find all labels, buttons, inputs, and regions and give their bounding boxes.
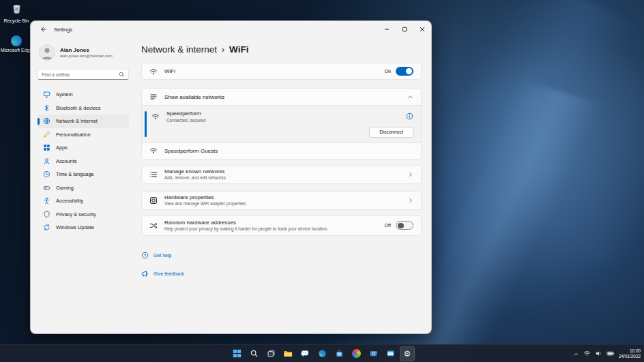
settings-cards: WiFi On [141,63,422,236]
chat-icon[interactable] [297,346,312,361]
hardware-properties-icon [149,196,158,205]
sidebar-item-time-language[interactable]: Time & language [38,168,129,181]
edge-icon [11,35,22,46]
sidebar-item-system[interactable]: System [38,88,129,102]
wifi-toggle[interactable] [396,67,413,76]
network-list-icon [149,93,158,101]
gaming-icon [43,184,50,192]
desktop-icon-recycle-bin[interactable]: Recycle Bin [0,3,34,24]
edge-icon[interactable] [314,346,330,361]
disconnect-button[interactable]: Disconnect [369,127,413,138]
store-icon[interactable] [332,346,347,361]
screen: Recycle Bin Microsoft Edge Settings [0,0,644,362]
taskbar-clock[interactable]: 10:00 24/01/2022 [619,348,641,359]
hardware-properties-card[interactable]: Hardware properties View and manage WiFi… [141,191,422,210]
personalisation-icon [43,131,50,138]
photos-icon[interactable] [349,346,364,361]
accessibility-icon [43,197,50,205]
network-name: Speedperform [166,110,205,117]
settings-window: Settings [30,20,432,334]
main-content: Network & internet › WiFi WiFi On [133,37,431,333]
system-icon [43,91,50,98]
taskbar-center-icons: ⚙ [229,345,415,362]
give-feedback-link[interactable]: Give feedback [141,268,422,280]
back-button[interactable] [38,24,48,35]
sidebar-item-network-internet[interactable]: Network & internet [38,115,129,128]
network-icon [43,117,50,125]
wifi-icon [149,67,158,76]
start-button[interactable] [229,346,244,361]
tray-time: 10:00 [619,348,641,354]
sidebar-item-windows-update[interactable]: Windows Update [38,221,129,235]
footer-links: ? Get help Give feedback [141,250,422,280]
sidebar-item-gaming[interactable]: Gaming [38,181,129,195]
sidebar-item-accessibility[interactable]: Accessibility [38,194,129,208]
network-info-icon[interactable] [406,112,413,120]
sidebar-item-bluetooth-devices[interactable]: Bluetooth & devices [38,102,129,115]
windows-update-icon [43,224,50,231]
camera-icon[interactable] [366,346,381,361]
show-available-networks-header[interactable]: Show available networks [142,89,421,105]
manage-networks-subtitle: Add, remove, and edit networks [164,175,226,180]
titlebar: Settings [31,21,431,37]
breadcrumb: Network & internet › WiFi [141,44,422,55]
window-body: Alan Jones alan.jones.wm@hotmail.com [31,37,431,333]
gear-icon: ⚙ [404,350,411,358]
settings-search[interactable] [38,69,129,80]
show-available-networks-label: Show available networks [164,94,224,100]
desktop-icon-label: Microsoft Edge [1,48,33,53]
mail-icon[interactable] [383,346,398,361]
account-card[interactable]: Alan Jones alan.jones.wm@hotmail.com [38,43,129,62]
breadcrumb-parent[interactable]: Network & internet [141,44,217,55]
manage-known-networks-card[interactable]: Manage known networks Add, remove, and e… [141,165,422,184]
available-networks-card: Show available networks [141,88,422,160]
window-controls [378,21,431,37]
sidebar-item-privacy-security[interactable]: Privacy & security [38,208,129,222]
random-addresses-title: Random hardware addresses [164,220,328,226]
sidebar-item-accounts[interactable]: Accounts [38,155,129,168]
file-explorer-icon[interactable] [280,346,295,361]
wifi-card-label: WiFi [164,68,175,74]
help-icon: ? [141,250,149,262]
sidebar-item-personalisation[interactable]: Personalisation [38,128,129,142]
sidebar: Alan Jones alan.jones.wm@hotmail.com [31,37,133,333]
random-addresses-toggle[interactable] [396,221,413,230]
tray-battery-icon[interactable] [606,348,615,360]
search-icon[interactable] [246,346,261,361]
random-hardware-addresses-card: Random hardware addresses Help protect y… [141,215,422,236]
task-view-icon[interactable] [263,346,278,361]
wifi-state-label: On [384,68,391,74]
user-name: Alan Jones [60,47,113,53]
settings-taskbar-icon[interactable]: ⚙ [400,346,415,361]
hardware-properties-subtitle: View and manage WiFi adapter properties [164,201,246,206]
maximize-button[interactable] [396,21,413,37]
feedback-icon [141,268,149,280]
tray-wifi-icon[interactable] [583,348,591,360]
collapse-chevron-icon [407,94,413,100]
connected-network-row[interactable]: Speedperform Connected, secured [142,105,421,142]
hardware-properties-title: Hardware properties [164,194,246,200]
random-addresses-subtitle: Help protect your privacy by making it h… [164,226,328,231]
sidebar-item-apps[interactable]: Apps [38,141,129,155]
privacy-icon [43,211,50,218]
system-tray: 10:00 24/01/2022 [573,345,641,362]
manage-networks-title: Manage known networks [164,168,226,175]
wifi-icon [151,112,160,121]
accounts-icon [43,157,50,165]
network-status: Connected, secured [166,118,205,123]
desktop-icon-microsoft-edge[interactable]: Microsoft Edge [0,35,34,53]
avatar [39,44,55,61]
other-network-row[interactable]: Speedperform Guests [142,142,421,159]
known-networks-icon [149,170,158,179]
tray-volume-icon[interactable] [595,348,602,360]
sidebar-nav: System Bluetooth & devices [38,88,129,235]
svg-text:?: ? [144,253,147,257]
minimize-button[interactable] [378,21,396,37]
get-help-link[interactable]: ? Get help [141,250,422,262]
page-title: WiFi [229,44,248,55]
tray-chevron-up-icon[interactable] [573,348,579,360]
close-button[interactable] [413,21,431,37]
search-input[interactable] [42,72,119,77]
search-icon [119,68,125,80]
chevron-right-icon [408,198,413,203]
